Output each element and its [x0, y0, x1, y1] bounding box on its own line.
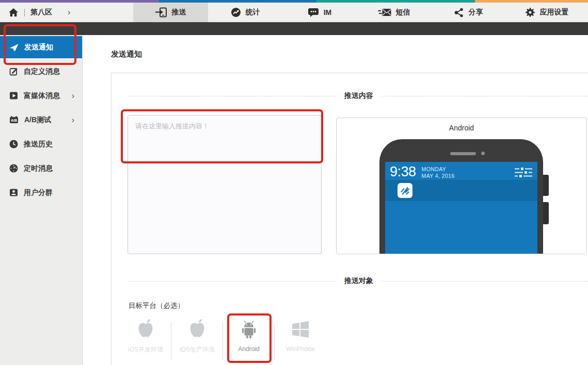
- lockscreen-time: 9:38: [390, 164, 416, 179]
- platform-separator: [274, 323, 275, 360]
- tab-label: 统计: [246, 8, 260, 17]
- sidebar-item-label: 用户分群: [24, 188, 53, 197]
- tab-push[interactable]: 推送: [133, 3, 208, 22]
- platform-separator: [171, 323, 171, 360]
- dashed-line: [129, 96, 336, 96]
- sidebar-item-push-history[interactable]: 推送历史: [0, 133, 82, 155]
- windows-icon: [291, 314, 310, 344]
- top-nav: 第八区 › 推送 统计: [0, 3, 588, 22]
- edit-icon: [9, 67, 18, 76]
- target-platform-label: 目标平台（必选）: [129, 301, 184, 310]
- tab-label: 分享: [469, 8, 483, 17]
- sidebar-item-scheduled-message[interactable]: 定时消息: [0, 157, 82, 179]
- page-title: 发送通知: [111, 49, 142, 59]
- lockscreen-day: MAY 4, 2016: [422, 173, 455, 179]
- sidebar: 发送通知 自定义消息 富媒体消息 › A/B A/B测试: [0, 35, 83, 365]
- push-content-input[interactable]: [128, 115, 322, 254]
- phone-speaker: [450, 152, 476, 155]
- platform-label: iOS生产环境: [180, 345, 215, 354]
- tab-stats[interactable]: 统计: [208, 3, 282, 22]
- platform-android[interactable]: Android: [223, 314, 275, 360]
- sidebar-item-rich-media[interactable]: 富媒体消息 ›: [0, 85, 82, 107]
- sidebar-item-custom-message[interactable]: 自定义消息: [0, 60, 82, 82]
- notification-row: [385, 180, 537, 201]
- push-icon: [155, 7, 167, 18]
- lockscreen-weekday: MONDAY: [422, 166, 447, 172]
- send-plane-icon: [9, 43, 19, 52]
- tab-sms[interactable]: 短信: [357, 3, 431, 22]
- section-divider-target: 推送对象: [129, 276, 588, 286]
- sliders-icon: [515, 168, 532, 178]
- dashed-line: [129, 281, 336, 281]
- jpush-logo: [400, 185, 410, 196]
- tab-label: 推送: [172, 8, 186, 17]
- sidebar-item-label: 定时消息: [24, 164, 53, 173]
- dashed-line: [382, 281, 588, 281]
- app-selector[interactable]: 第八区 ›: [0, 3, 133, 22]
- app-window: 第八区 › 推送 统计: [0, 0, 588, 365]
- platform-ios-dev[interactable]: iOS开发环境: [120, 314, 171, 360]
- platform-separator: [223, 323, 223, 360]
- preview-platform-title: Android: [337, 124, 586, 132]
- android-preview-card: Android 9:38 MONDAY MAY 4, 2016: [336, 118, 587, 254]
- phone-camera-dot: [481, 152, 485, 155]
- ab-test-icon: A/B: [9, 115, 19, 124]
- sidebar-item-label: 推送历史: [24, 140, 53, 149]
- user-group-icon: [9, 188, 18, 197]
- chevron-right-icon: ›: [68, 8, 70, 16]
- phone-side-button: [543, 202, 549, 224]
- sidebar-item-label: 富媒体消息: [24, 91, 60, 101]
- tab-label: 短信: [396, 8, 410, 17]
- im-chat-icon: [308, 7, 319, 18]
- platform-winphone[interactable]: WinPhone: [275, 314, 326, 360]
- sidebar-item-label: A/B测试: [24, 115, 51, 125]
- phone-side-button: [543, 175, 549, 196]
- vertical-divider: [24, 9, 25, 16]
- sidebar-item-label: 发送通知: [24, 43, 53, 52]
- lockscreen-date: MONDAY MAY 4, 2016: [422, 166, 455, 179]
- gear-icon: [525, 7, 535, 18]
- sidebar-item-send-notification[interactable]: 发送通知: [0, 36, 82, 58]
- dashed-line: [382, 96, 588, 96]
- sidebar-item-label: 自定义消息: [24, 67, 60, 76]
- push-form-panel: 推送内容 Android 9:38 MONDAY MAY 4, 2016: [111, 73, 588, 365]
- sms-icon: [378, 7, 391, 18]
- ab-badge-text: A/B: [11, 119, 17, 122]
- timer-icon: [9, 164, 18, 173]
- tab-im[interactable]: IM: [282, 3, 357, 22]
- sidebar-item-user-segments[interactable]: 用户分群: [0, 181, 82, 204]
- tab-share[interactable]: 分享: [431, 3, 505, 22]
- tab-label: IM: [324, 8, 332, 16]
- chevron-right-icon: ›: [72, 91, 74, 101]
- play-media-icon: [9, 91, 18, 100]
- platform-options: iOS开发环境 iOS生产环境: [120, 314, 326, 360]
- chevron-right-icon: ›: [72, 115, 74, 125]
- platform-ios-prod[interactable]: iOS生产环境: [171, 314, 223, 360]
- tab-app-settings[interactable]: 应用设置: [505, 3, 588, 22]
- platform-label: WinPhone: [286, 345, 314, 353]
- clock-history-icon: [9, 140, 18, 148]
- section-label-push-content: 推送内容: [344, 91, 373, 101]
- app-logo-icon: [398, 183, 412, 198]
- tab-label: 应用设置: [540, 8, 569, 17]
- secondary-bar: [0, 22, 588, 35]
- platform-label: Android: [238, 345, 259, 353]
- phone-screen: 9:38 MONDAY MAY 4, 2016: [385, 162, 537, 254]
- section-divider-content: 推送内容: [129, 91, 588, 101]
- app-name: 第八区: [30, 8, 52, 17]
- sidebar-item-ab-test[interactable]: A/B A/B测试 ›: [0, 109, 82, 131]
- apple-icon: [187, 314, 207, 344]
- apple-icon: [136, 314, 155, 344]
- home-icon: [8, 8, 19, 17]
- android-icon: [240, 314, 258, 344]
- phone-mockup: 9:38 MONDAY MAY 4, 2016: [379, 139, 543, 254]
- platform-label: iOS开发环境: [128, 345, 163, 354]
- share-icon: [454, 7, 464, 18]
- lockscreen-status: 9:38 MONDAY MAY 4, 2016: [385, 162, 537, 179]
- section-label-push-target: 推送对象: [344, 276, 373, 286]
- stats-icon: [231, 7, 241, 18]
